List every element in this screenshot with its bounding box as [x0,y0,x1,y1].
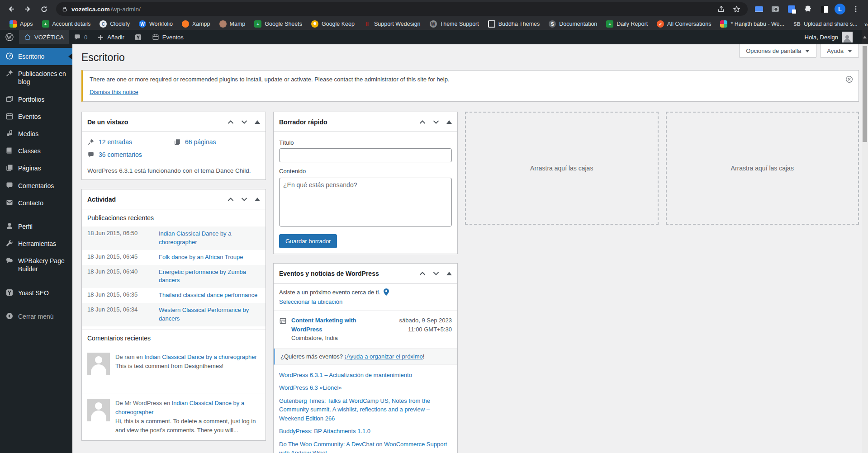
pages-icon [5,164,14,172]
sidebar-item-escritorio[interactable]: Escritorio [0,48,72,65]
widget-dropzone-2[interactable]: Arrastra aquí las cajas [666,112,859,225]
news-link[interactable]: Do The Woo Community: A DevChat on WooCo… [279,440,452,453]
quickdraft-content-textarea[interactable] [279,178,452,226]
wordpress-icon: W [430,20,437,28]
adminbar-comments[interactable]: 0 [69,30,92,44]
event-title-link[interactable]: Content Marketing with WordPress [291,316,368,334]
sidebar-item-herramientas[interactable]: Herramientas [0,235,72,252]
bulb-icon [311,20,318,28]
adminbar-account[interactable]: Hola, Design [805,32,868,42]
bookmark-documentation[interactable]: SDocumentation [545,19,601,29]
post-link[interactable]: Indian Classical Dance by a choreographe… [159,230,260,247]
adminbar-yoast[interactable] [129,30,147,44]
recent-comments-heading: Comentarios recientes [82,329,266,347]
sidebar-item-wpbakery[interactable]: WPBakery Page Builder [0,252,72,278]
quickdraft-title-label: Título [279,139,452,146]
sidebar-item-contacto[interactable]: Contacto [0,194,72,212]
move-down-icon[interactable] [433,271,439,276]
bookmark-google-keep[interactable]: Google Keep [307,19,359,29]
widget-dropzone-1[interactable]: Arrastra aquí las cajas [465,112,659,225]
comment-post-link[interactable]: Indian Classical Dance by a choreographe… [144,354,257,360]
sidebar-item-classes[interactable]: Classes [0,142,72,160]
bookmarks-overflow-chevron[interactable]: » [863,20,868,28]
glance-pages-link[interactable]: 66 páginas [174,138,260,146]
address-bar[interactable]: vozetica.com/wp-admin/ [56,2,748,16]
move-up-icon[interactable] [228,197,234,202]
bookmark-google-sheets[interactable]: +Google Sheets [250,19,306,29]
bookmark-buddha-themes[interactable]: Buddha Themes [484,19,544,29]
wp-logo-menu[interactable] [0,30,19,44]
screen-options-button[interactable]: Opciones de pantalla [739,44,816,58]
reload-icon[interactable] [37,2,51,16]
post-link[interactable]: Energetic performance by Zumba dancers [159,268,260,285]
scrollbar-thumb[interactable] [863,46,867,142]
toggle-panel-icon[interactable] [255,198,260,201]
news-link[interactable]: BuddyPress: BP Attachments 1.1.0 [279,427,452,436]
extension-loom-icon[interactable] [753,3,765,15]
move-up-icon[interactable] [419,120,426,124]
adminbar-new-content[interactable]: Añadir [92,30,129,44]
post-link[interactable]: Thailand classical dance performance [159,291,257,300]
dismiss-notice-link[interactable]: Dismiss this notice [90,89,138,95]
browser-menu-icon[interactable] [850,3,862,15]
bookmark-all-conversations[interactable]: ✓All Conversations [653,19,715,29]
news-link[interactable]: Gutenberg Times: Talks at WordCamp US, N… [279,396,452,423]
page-scrollbar[interactable] [862,30,868,453]
bookmark-clockify[interactable]: CClockify [95,19,134,29]
sidebar-item-eventos[interactable]: Eventos [0,108,72,125]
forward-icon[interactable] [21,2,34,16]
toggle-panel-icon[interactable] [255,120,260,124]
news-link[interactable]: WordPress 6.3.1 – Actualización de mante… [279,371,452,380]
bookmark-star-icon[interactable] [730,3,742,15]
adminbar-events[interactable]: Eventos [147,30,189,44]
extension-darkmode-icon[interactable] [818,3,830,15]
sidebar-item-comentarios[interactable]: Comentarios [0,177,72,194]
scrollbar-up-button[interactable] [862,30,868,44]
bookmark-mamp[interactable]: Mamp [215,19,250,29]
move-down-icon[interactable] [241,120,247,124]
sidebar-item-yoast-seo[interactable]: Yoast SEO [0,284,72,302]
move-down-icon[interactable] [433,120,439,124]
glance-comments-link[interactable]: 36 comentarios [87,151,174,158]
browser-profile-avatar[interactable]: L [835,4,845,14]
widget-title: Actividad [87,196,116,203]
help-button[interactable]: Ayuda [820,44,859,58]
dismiss-notice-icon[interactable] [845,76,853,83]
move-down-icon[interactable] [241,197,247,202]
toggle-panel-icon[interactable] [446,120,452,124]
back-icon[interactable] [5,2,18,16]
glance-posts-link[interactable]: 12 entradas [87,138,174,146]
sidebar-item-paginas[interactable]: Páginas [0,160,72,177]
extension-translate-icon[interactable] [786,3,797,15]
post-link[interactable]: Western Classical Performance by dancers [159,306,260,323]
sidebar-item-perfil[interactable]: Perfil [0,218,72,235]
share-icon[interactable] [715,3,727,15]
organize-event-link[interactable]: ¡Ayuda a organizar el próximo [345,353,423,360]
bookmark-support-wedesign[interactable]: ‖Support Wedesign [360,19,425,29]
post-link[interactable]: Folk dance by an African Troupe [159,253,243,262]
quickdraft-title-input[interactable] [279,148,452,162]
book-icon [5,146,14,155]
sidebar-item-portfolios[interactable]: Portfolios [0,91,72,108]
sidebar-item-publicaciones[interactable]: Publicaciones en blog [0,65,72,90]
bookmark-upload-share[interactable]: SBUpload and share s... [789,19,862,29]
move-up-icon[interactable] [419,271,426,276]
envelope-icon [5,198,14,207]
sidebar-collapse-menu[interactable]: Cerrar menú [0,308,72,325]
sidebar-item-medios[interactable]: Medios [0,125,72,142]
bookmark-workfolio[interactable]: WWorkfolio [135,19,177,29]
bookmark-xampp[interactable]: Xampp [178,19,214,29]
select-location-link[interactable]: Seleccionar la ubicación [279,298,342,305]
bookmark-daily-report[interactable]: +Daily Report [602,19,652,29]
bookmark-apps[interactable]: Apps [5,19,37,29]
save-draft-button[interactable]: Guardar borrador [279,234,337,248]
bookmark-ranjith-babu[interactable]: * Ranjith babu - We... [716,19,788,29]
extensions-puzzle-icon[interactable] [802,3,814,15]
toggle-panel-icon[interactable] [446,272,452,275]
bookmark-theme-support[interactable]: WTheme Support [426,19,483,29]
news-link[interactable]: WordPress 6.3 «Lionel» [279,383,452,392]
extension-screenshot-icon[interactable] [769,3,781,15]
adminbar-site-name[interactable]: VOZÉTICA [19,30,69,44]
move-up-icon[interactable] [228,120,234,124]
bookmark-account-details[interactable]: +Account details [38,19,95,29]
